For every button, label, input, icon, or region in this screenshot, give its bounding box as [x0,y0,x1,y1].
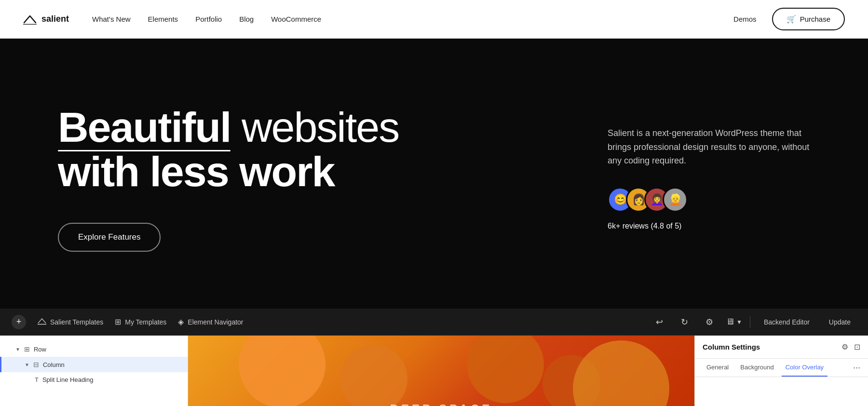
logo-text: salient [41,14,69,24]
tree-item-column[interactable]: ▼ ⊟ Column [0,357,188,372]
toolbar-left: + Salient Templates ⊞ My Templates ◈ Ele… [12,315,244,329]
hero-underline-word: Beautiful [58,105,231,149]
settings-expand-icon[interactable]: ⊡ [854,342,860,352]
update-button[interactable]: Update [823,314,856,330]
reviews-row: 😊 👩 👩‍🦱 👱 [608,187,810,220]
tree-icon-column: ⊟ [33,361,39,368]
hero-heading-line1: Beautiful websites [58,105,399,149]
editor-preview: DEEP SPACE [188,336,694,406]
avatar-4: 👱 [663,187,688,212]
tree-item-row[interactable]: ▼ ⊞ Row [0,341,188,357]
hero-description: Salient is a next-generation WordPress t… [608,126,810,168]
hero-heading: Beautiful websites with less work [58,105,399,194]
settings-gear-icon[interactable]: ⚙ [841,342,848,352]
salient-templates-tab[interactable]: Salient Templates [38,315,103,329]
preview-circle-1 [239,336,326,406]
nav-portfolio[interactable]: Portfolio [195,15,222,23]
preview-circle-2 [340,345,407,406]
my-templates-icon: ⊞ [115,317,121,326]
hero-left: Beautiful websites with less work Explor… [58,105,399,252]
responsive-arrow-icon: ▼ [736,319,742,325]
undo-button[interactable]: ↩ [651,313,668,331]
element-navigator-tab[interactable]: ◈ Element Navigator [178,315,243,328]
element-navigator-icon: ◈ [178,317,184,326]
nav-blog[interactable]: Blog [239,15,254,23]
tree-label-column: Column [43,361,65,368]
element-navigator-label: Element Navigator [188,318,243,326]
preview-canvas: DEEP SPACE [188,336,694,406]
toolbar-divider [750,316,750,328]
tree-icon-row: ⊞ [24,345,30,353]
logo-icon [23,14,37,25]
settings-button[interactable]: ⚙ [701,313,718,331]
responsive-button[interactable]: 🖥 ▼ [726,317,742,327]
editor-section: + Salient Templates ⊞ My Templates ◈ Ele… [0,309,868,406]
preview-text: DEEP SPACE [390,402,493,406]
add-element-button[interactable]: + [12,315,26,329]
cart-icon: 🛒 [787,14,796,24]
settings-tab-background[interactable]: Background [736,359,777,377]
tree-arrow-row: ▼ [15,347,20,352]
tree-arrow-column: ▼ [25,362,29,367]
editor-content: ▼ ⊞ Row ▼ ⊟ Column T Split Line Heading [0,336,868,406]
settings-tab-general[interactable]: General [703,359,732,377]
avatar-group: 😊 👩 👩‍🦱 👱 [608,187,681,212]
reviews-count: 6k+ reviews [608,222,651,230]
settings-header-icons: ⚙ ⊡ [841,342,860,352]
hero-heading-line2: with less work [58,149,399,194]
my-templates-tab[interactable]: ⊞ My Templates [115,315,166,328]
salient-templates-label: Salient Templates [50,318,103,326]
nav-whats-new[interactable]: What's New [92,15,131,23]
preview-circle-5 [573,340,669,406]
tree-label-split-line-heading: Split Line Heading [42,376,94,383]
tree-label-row: Row [34,346,46,353]
nav-elements[interactable]: Elements [148,15,178,23]
demos-link[interactable]: Demos [733,15,757,23]
purchase-button[interactable]: 🛒 Purchase [772,8,845,30]
reviews-score: (4.8 of 5) [651,222,681,230]
column-settings-panel: Column Settings ⚙ ⊡ General Background C… [694,336,868,406]
settings-header: Column Settings ⚙ ⊡ [695,336,868,359]
navbar-left: salient What's New Elements Portfolio Bl… [23,14,321,25]
reviews-text: 6k+ reviews (4.8 of 5) [608,222,810,230]
salient-templates-icon [38,317,46,327]
editor-toolbar: + Salient Templates ⊞ My Templates ◈ Ele… [0,309,868,336]
purchase-label: Purchase [800,15,830,23]
settings-tab-color-overlay[interactable]: Color Overlay [782,359,827,377]
settings-tabs: General Background Color Overlay ··· [695,359,868,377]
nav-links: What's New Elements Portfolio Blog WooCo… [92,15,321,23]
element-tree: ▼ ⊞ Row ▼ ⊟ Column T Split Line Heading [0,336,188,406]
tree-item-split-line-heading[interactable]: T Split Line Heading [0,372,188,387]
nav-woocommerce[interactable]: WooCommerce [271,15,321,23]
hero-right: Salient is a next-generation WordPress t… [608,126,810,230]
settings-more-button[interactable]: ··· [853,363,860,373]
logo[interactable]: salient [23,14,69,25]
tree-icon-text: T [35,376,39,383]
redo-button[interactable]: ↻ [676,313,693,331]
my-templates-label: My Templates [125,318,166,326]
settings-panel-title: Column Settings [703,343,760,351]
toolbar-right: ↩ ↻ ⚙ 🖥 ▼ Backend Editor Update [651,313,856,331]
backend-editor-button[interactable]: Backend Editor [758,314,815,330]
navbar-right: Demos 🛒 Purchase [733,8,845,30]
hero-section: Beautiful websites with less work Explor… [0,39,868,309]
preview-circle-3 [467,336,544,403]
explore-features-button[interactable]: Explore Features [58,223,161,252]
monitor-icon: 🖥 [726,317,734,327]
navbar: salient What's New Elements Portfolio Bl… [0,0,868,39]
